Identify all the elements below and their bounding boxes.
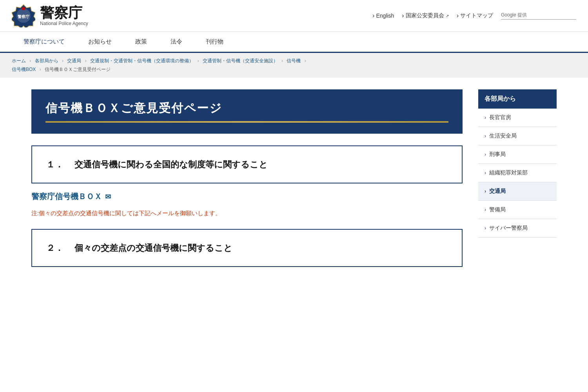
breadcrumb-bureaus[interactable]: 各部局から <box>35 58 58 64</box>
nav-item-policy[interactable]: 政策 <box>123 32 159 53</box>
breadcrumb-current: 信号機ＢＯＸご意見受付ページ <box>45 67 111 72</box>
mail-link[interactable]: 警察庁信号機ＢＯＸ ✉ <box>31 191 111 202</box>
section-1-card: １． 交通信号機に関わる全国的な制度等に関すること <box>31 145 463 183</box>
google-search-input[interactable] <box>529 12 576 18</box>
main-nav: 警察庁について お知らせ 政策 法令 刊行物 <box>0 32 588 53</box>
sidebar-item-label: 長官官房 <box>489 114 511 121</box>
chevron-icon: › <box>485 170 486 176</box>
breadcrumb-signal-box[interactable]: 信号機BOX <box>12 67 36 72</box>
mail-icon: ✉ <box>105 192 111 201</box>
sidebar-item-label: 交通局 <box>489 188 506 195</box>
logo-title: 警察庁 <box>40 5 88 21</box>
sidebar: 各部局から › 長官官房 › 生活安全局 › 刑事局 › 組織犯罪対策部 › 交… <box>478 89 557 275</box>
svg-text:警察庁: 警察庁 <box>18 15 30 19</box>
sidebar-item-safety[interactable]: › 生活安全局 <box>478 127 557 145</box>
nav-item-news[interactable]: お知らせ <box>76 32 123 53</box>
logo-text: 警察庁 National Police Agency <box>40 5 88 26</box>
section-2-number: ２． <box>46 243 64 253</box>
chevron-icon: › <box>485 207 486 212</box>
chevron-icon: › <box>485 115 486 120</box>
sidebar-item-chief[interactable]: › 長官官房 <box>478 109 557 127</box>
chevron-icon: › <box>485 225 486 231</box>
sidebar-item-label: 刑事局 <box>489 151 506 158</box>
chevron-icon: › <box>485 152 486 157</box>
google-label: Google 提供 <box>501 12 527 18</box>
section-1-text: 交通信号機に関わる全国的な制度等に関すること <box>74 160 268 169</box>
page-title: 信号機ＢＯＸご意見受付ページ <box>45 100 448 116</box>
section-2-text: 個々の交差点の交通信号機に関すること <box>74 243 232 253</box>
nav-item-about[interactable]: 警察庁について <box>12 32 76 53</box>
section-2-card: ２． 個々の交差点の交通信号機に関すること <box>31 229 463 267</box>
breadcrumb: ホーム › 各部局から › 交通局 › 交通規制・交通管制・信号機（交通環境の整… <box>0 53 588 78</box>
sidebar-item-criminal[interactable]: › 刑事局 <box>478 145 557 164</box>
breadcrumb-traffic-control[interactable]: 交通管制・信号機（交通安全施設） <box>203 58 278 64</box>
sidebar-title: 各部局から <box>478 89 557 109</box>
logo-area: 警察庁 警察庁 National Police Agency <box>12 4 88 27</box>
breadcrumb-traffic-regulation[interactable]: 交通規制・交通管制・信号機（交通環境の整備） <box>90 58 194 64</box>
sidebar-item-security[interactable]: › 警備局 <box>478 201 557 219</box>
sidebar-item-label: 組織犯罪対策部 <box>489 169 528 176</box>
mail-link-area: 警察庁信号機ＢＯＸ ✉ <box>31 191 463 207</box>
svg-point-3 <box>22 7 25 10</box>
note-text: 注:個々の交差点の交通信号機に関しては下記へメールを御願いします。 <box>31 210 463 217</box>
section-1-number: １． <box>46 160 64 169</box>
sitemap-link[interactable]: サイトマップ <box>457 12 493 19</box>
google-search-area: Google 提供 <box>501 12 576 20</box>
main-content: 信号機ＢＯＸご意見受付ページ １． 交通信号機に関わる全国的な制度等に関すること… <box>31 89 463 275</box>
logo-subtitle: National Police Agency <box>40 21 88 26</box>
police-badge-icon: 警察庁 <box>12 4 35 27</box>
page-title-banner: 信号機ＢＯＸご意見受付ページ <box>31 89 463 134</box>
sidebar-item-cyber[interactable]: › サイバー警察局 <box>478 219 557 238</box>
breadcrumb-traffic-bureau[interactable]: 交通局 <box>67 58 81 64</box>
sidebar-item-label: サイバー警察局 <box>489 225 528 232</box>
mail-link-label: 警察庁信号機ＢＯＸ <box>31 191 102 202</box>
breadcrumb-signal[interactable]: 信号機 <box>287 58 301 64</box>
header-right: English 国家公安委員会 ↗ サイトマップ Google 提供 <box>372 12 576 20</box>
chevron-icon: › <box>485 133 486 139</box>
sidebar-item-organized-crime[interactable]: › 組織犯罪対策部 <box>478 164 557 182</box>
nav-item-law[interactable]: 法令 <box>159 32 194 53</box>
english-link[interactable]: English <box>372 12 394 19</box>
content-wrapper: 信号機ＢＯＸご意見受付ページ １． 交通信号機に関わる全国的な制度等に関すること… <box>20 78 568 287</box>
npa-link[interactable]: 国家公安委員会 ↗ <box>402 12 448 19</box>
section-2-title: ２． 個々の交差点の交通信号機に関すること <box>46 241 448 254</box>
sidebar-item-traffic[interactable]: › 交通局 <box>478 182 557 201</box>
sidebar-item-label: 警備局 <box>489 206 506 213</box>
breadcrumb-home[interactable]: ホーム <box>12 58 26 64</box>
section-1-title: １． 交通信号機に関わる全国的な制度等に関すること <box>46 158 448 171</box>
sidebar-item-label: 生活安全局 <box>489 132 517 140</box>
chevron-icon: › <box>485 189 486 194</box>
nav-item-publication[interactable]: 刊行物 <box>194 32 235 53</box>
